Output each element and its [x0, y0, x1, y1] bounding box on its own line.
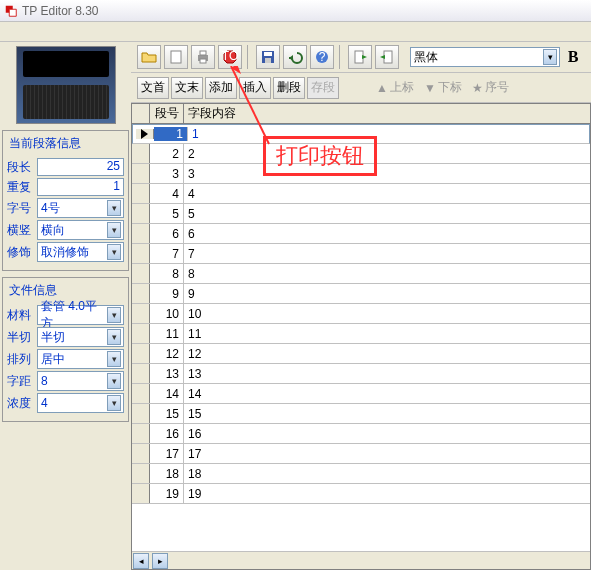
- scroll-right-icon[interactable]: ▸: [152, 553, 168, 569]
- table-row[interactable]: 55: [132, 204, 590, 224]
- font-select[interactable]: 黑体 ▾: [410, 47, 560, 67]
- cell-segno[interactable]: 15: [150, 404, 184, 423]
- new-button[interactable]: [164, 45, 188, 69]
- field-label: 重复: [7, 179, 33, 196]
- cell-content[interactable]: 5: [184, 204, 590, 223]
- chevron-down-icon: ▾: [107, 244, 121, 260]
- table-row[interactable]: 1111: [132, 324, 590, 344]
- cell-segno[interactable]: 7: [150, 244, 184, 263]
- cell-segno[interactable]: 17: [150, 444, 184, 463]
- cell-content[interactable]: 7: [184, 244, 590, 263]
- cell-segno[interactable]: 3: [150, 164, 184, 183]
- text-button-4[interactable]: 删段: [273, 77, 305, 99]
- select-input[interactable]: 横向▾: [37, 220, 124, 240]
- print-button[interactable]: [191, 45, 215, 69]
- cell-segno[interactable]: 12: [150, 344, 184, 363]
- cell-content[interactable]: 12: [184, 344, 590, 363]
- table-row[interactable]: 1414: [132, 384, 590, 404]
- cell-content[interactable]: 8: [184, 264, 590, 283]
- field-label: 修饰: [7, 244, 33, 261]
- format-button-1: ▼下标: [420, 79, 466, 96]
- table-row[interactable]: 66: [132, 224, 590, 244]
- scroll-left-icon[interactable]: ◂: [133, 553, 149, 569]
- cell-segno[interactable]: 5: [150, 204, 184, 223]
- table-row[interactable]: 44: [132, 184, 590, 204]
- row-marker: [132, 384, 150, 403]
- row-marker: [132, 264, 150, 283]
- cell-segno[interactable]: 2: [150, 144, 184, 163]
- cell-content[interactable]: 6: [184, 224, 590, 243]
- row-marker: [132, 364, 150, 383]
- cell-content[interactable]: 19: [184, 484, 590, 503]
- toolbar-secondary: 文首文末添加插入删段存段 ▲上标▼下标★序号: [131, 73, 591, 103]
- table-row[interactable]: 88: [132, 264, 590, 284]
- cell-segno[interactable]: 8: [150, 264, 184, 283]
- table-row[interactable]: 1313: [132, 364, 590, 384]
- cell-segno[interactable]: 4: [150, 184, 184, 203]
- select-input[interactable]: 半切▾: [37, 327, 124, 347]
- paragraph-info-panel: 当前段落信息 段长25重复1字号4号▾横竖横向▾修饰取消修饰▾: [2, 130, 129, 271]
- cell-segno[interactable]: 16: [150, 424, 184, 443]
- grid-header-segno[interactable]: 段号: [150, 104, 184, 123]
- cell-content[interactable]: 11: [184, 324, 590, 343]
- table-row[interactable]: 1717: [132, 444, 590, 464]
- cell-segno[interactable]: 19: [150, 484, 184, 503]
- table-row[interactable]: 1616: [132, 424, 590, 444]
- table-row[interactable]: 1919: [132, 484, 590, 504]
- table-row[interactable]: 99: [132, 284, 590, 304]
- cell-content[interactable]: 13: [184, 364, 590, 383]
- cell-segno[interactable]: 11: [150, 324, 184, 343]
- text-input[interactable]: 25: [37, 158, 124, 176]
- cell-segno[interactable]: 13: [150, 364, 184, 383]
- para-row-1: 重复1: [7, 178, 124, 196]
- cell-content[interactable]: 15: [184, 404, 590, 423]
- select-input[interactable]: 套管 4.0平方▾: [37, 305, 124, 325]
- cell-segno[interactable]: 10: [150, 304, 184, 323]
- row-marker: [132, 484, 150, 503]
- select-input[interactable]: 取消修饰▾: [37, 242, 124, 262]
- cell-segno[interactable]: 18: [150, 464, 184, 483]
- open-button[interactable]: [137, 45, 161, 69]
- help-button[interactable]: ?: [310, 45, 334, 69]
- select-input[interactable]: 4▾: [37, 393, 124, 413]
- cell-content[interactable]: 18: [184, 464, 590, 483]
- cell-content[interactable]: 14: [184, 384, 590, 403]
- horizontal-scrollbar[interactable]: ◂ ▸: [132, 551, 590, 569]
- row-marker: [132, 304, 150, 323]
- format-button-0: ▲上标: [372, 79, 418, 96]
- cell-segno[interactable]: 1: [154, 127, 188, 141]
- cell-segno[interactable]: 6: [150, 224, 184, 243]
- select-input[interactable]: 4号▾: [37, 198, 124, 218]
- cell-segno[interactable]: 9: [150, 284, 184, 303]
- text-input[interactable]: 1: [37, 178, 124, 196]
- table-row[interactable]: 77: [132, 244, 590, 264]
- text-button-1[interactable]: 文末: [171, 77, 203, 99]
- export-left-button[interactable]: [348, 45, 372, 69]
- export-right-button[interactable]: [375, 45, 399, 69]
- cell-content[interactable]: 9: [184, 284, 590, 303]
- svg-rect-0: [171, 51, 181, 63]
- cell-content[interactable]: 17: [184, 444, 590, 463]
- cell-segno[interactable]: 14: [150, 384, 184, 403]
- bold-button[interactable]: B: [563, 48, 583, 66]
- row-marker: [132, 144, 150, 163]
- chevron-down-icon: ▾: [107, 200, 121, 216]
- select-input[interactable]: 8▾: [37, 371, 124, 391]
- table-row[interactable]: 1212: [132, 344, 590, 364]
- row-marker: [132, 204, 150, 223]
- chevron-down-icon: ▾: [107, 329, 121, 345]
- table-row[interactable]: 1818: [132, 464, 590, 484]
- text-button-0[interactable]: 文首: [137, 77, 169, 99]
- field-label: 浓度: [7, 395, 33, 412]
- cell-content[interactable]: 10: [184, 304, 590, 323]
- para-row-4: 修饰取消修饰▾: [7, 242, 124, 262]
- row-marker: [132, 224, 150, 243]
- select-input[interactable]: 居中▾: [37, 349, 124, 369]
- cell-content[interactable]: 16: [184, 424, 590, 443]
- table-row[interactable]: 1515: [132, 404, 590, 424]
- table-row[interactable]: 1010: [132, 304, 590, 324]
- row-marker: [132, 324, 150, 343]
- cell-content[interactable]: 4: [184, 184, 590, 203]
- cell-content[interactable]: 3: [184, 164, 590, 183]
- undo-button[interactable]: [283, 45, 307, 69]
